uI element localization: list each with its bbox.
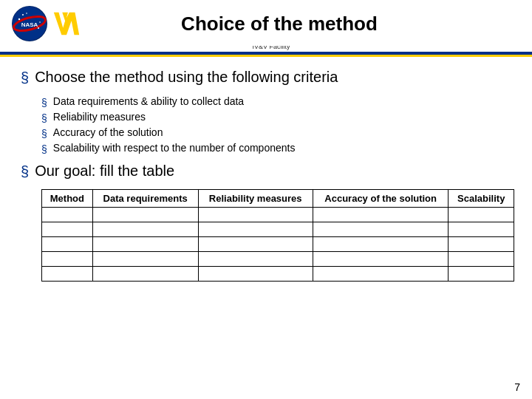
page-number: 7	[514, 381, 520, 393]
sub-text-2: Reliability measures	[53, 111, 146, 123]
sub-bullet-1: §	[41, 97, 47, 109]
table-header-row: Method Data requirements Reliability mea…	[42, 190, 514, 208]
title-area: Choice of the method	[83, 13, 520, 35]
slide-title: Choice of the method	[181, 13, 378, 35]
sub-text-3: Accuracy of the solution	[53, 126, 163, 138]
sub-item-4: § Scalability with respect to the number…	[41, 142, 511, 155]
nasa-logo: NASA	[12, 6, 47, 41]
svg-point-3	[22, 14, 24, 16]
section2-bullet: §	[21, 163, 29, 180]
svg-marker-8	[54, 13, 79, 35]
sub-item-2: § Reliability measures	[41, 111, 511, 124]
header: NASA Choice of the method	[0, 0, 532, 46]
sub-item-3: § Accuracy of the solution	[41, 126, 511, 140]
col-scalability: Scalability	[449, 190, 514, 208]
sub-bullet-3: §	[41, 128, 47, 140]
table-wrapper: Method Data requirements Reliability mea…	[41, 189, 511, 282]
sub-bullet-4: §	[41, 143, 47, 155]
col-data-req: Data requirements	[92, 190, 198, 208]
svg-point-6	[39, 21, 41, 23]
section1-bullet: §	[21, 69, 29, 86]
table-row	[42, 222, 514, 237]
sub-text-4: Scalability with respect to the number o…	[53, 142, 296, 154]
wvu-logo	[50, 7, 83, 40]
col-accuracy: Accuracy of the solution	[313, 190, 449, 208]
section2-item: § Our goal: fill the table	[21, 163, 511, 180]
logo-group: NASA	[12, 6, 83, 41]
sub-list: § Data requirements & ability to collect…	[41, 95, 511, 155]
sub-text-1: Data requirements & ability to collect d…	[53, 95, 244, 107]
content: § Choose the method using the following …	[0, 57, 532, 289]
table-row	[42, 237, 514, 252]
col-method: Method	[42, 190, 93, 208]
table-row	[42, 208, 514, 222]
sub-item-1: § Data requirements & ability to collect…	[41, 95, 511, 109]
col-reliability: Reliability measures	[198, 190, 313, 208]
data-table: Method Data requirements Reliability mea…	[41, 189, 514, 282]
section1-text: Choose the method using the following cr…	[35, 69, 338, 86]
section2-text: Our goal: fill the table	[35, 163, 174, 180]
section1-item: § Choose the method using the following …	[21, 69, 511, 86]
table-row	[42, 252, 514, 267]
svg-point-4	[26, 13, 27, 14]
svg-point-2	[18, 18, 20, 20]
sub-bullet-2: §	[41, 112, 47, 124]
svg-text:NASA: NASA	[21, 21, 38, 28]
table-row	[42, 267, 514, 282]
